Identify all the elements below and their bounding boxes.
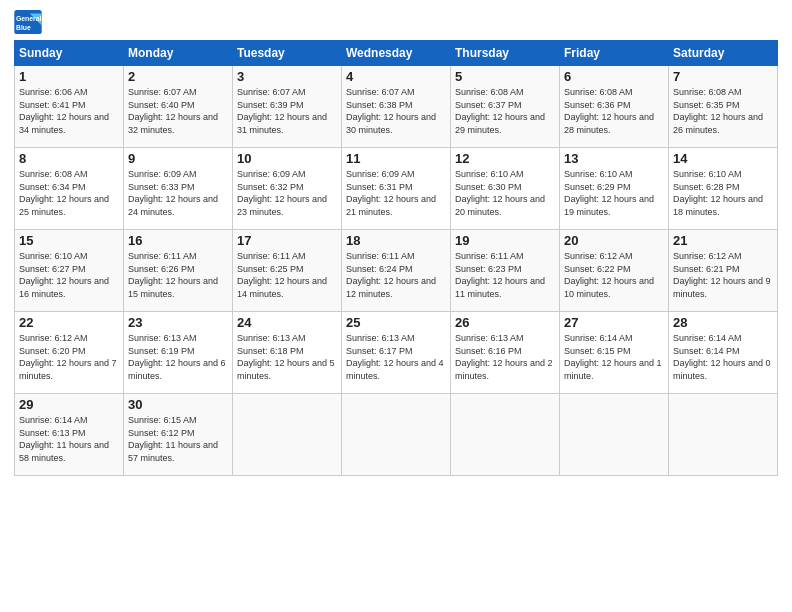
day-number: 21 — [673, 233, 773, 248]
calendar-cell: 25Sunrise: 6:13 AMSunset: 6:17 PMDayligh… — [342, 312, 451, 394]
calendar-cell: 24Sunrise: 6:13 AMSunset: 6:18 PMDayligh… — [233, 312, 342, 394]
day-number: 17 — [237, 233, 337, 248]
calendar-cell: 12Sunrise: 6:10 AMSunset: 6:30 PMDayligh… — [451, 148, 560, 230]
day-number: 12 — [455, 151, 555, 166]
day-number: 13 — [564, 151, 664, 166]
day-number: 26 — [455, 315, 555, 330]
calendar-cell: 3Sunrise: 6:07 AMSunset: 6:39 PMDaylight… — [233, 66, 342, 148]
day-detail: Sunrise: 6:13 AMSunset: 6:19 PMDaylight:… — [128, 332, 228, 382]
calendar-cell — [342, 394, 451, 476]
calendar-cell: 5Sunrise: 6:08 AMSunset: 6:37 PMDaylight… — [451, 66, 560, 148]
day-detail: Sunrise: 6:14 AMSunset: 6:15 PMDaylight:… — [564, 332, 664, 382]
calendar-week-row: 15Sunrise: 6:10 AMSunset: 6:27 PMDayligh… — [15, 230, 778, 312]
day-number: 24 — [237, 315, 337, 330]
day-number: 16 — [128, 233, 228, 248]
day-detail: Sunrise: 6:08 AMSunset: 6:36 PMDaylight:… — [564, 86, 664, 136]
day-detail: Sunrise: 6:09 AMSunset: 6:31 PMDaylight:… — [346, 168, 446, 218]
day-detail: Sunrise: 6:06 AMSunset: 6:41 PMDaylight:… — [19, 86, 119, 136]
day-detail: Sunrise: 6:09 AMSunset: 6:33 PMDaylight:… — [128, 168, 228, 218]
calendar-cell: 9Sunrise: 6:09 AMSunset: 6:33 PMDaylight… — [124, 148, 233, 230]
day-detail: Sunrise: 6:08 AMSunset: 6:34 PMDaylight:… — [19, 168, 119, 218]
day-number: 1 — [19, 69, 119, 84]
logo-icon: General Blue — [14, 10, 42, 34]
day-number: 9 — [128, 151, 228, 166]
day-detail: Sunrise: 6:13 AMSunset: 6:18 PMDaylight:… — [237, 332, 337, 382]
calendar-cell: 10Sunrise: 6:09 AMSunset: 6:32 PMDayligh… — [233, 148, 342, 230]
day-detail: Sunrise: 6:11 AMSunset: 6:25 PMDaylight:… — [237, 250, 337, 300]
day-detail: Sunrise: 6:12 AMSunset: 6:20 PMDaylight:… — [19, 332, 119, 382]
day-number: 3 — [237, 69, 337, 84]
day-number: 19 — [455, 233, 555, 248]
calendar-cell: 2Sunrise: 6:07 AMSunset: 6:40 PMDaylight… — [124, 66, 233, 148]
calendar-week-row: 22Sunrise: 6:12 AMSunset: 6:20 PMDayligh… — [15, 312, 778, 394]
calendar-cell: 1Sunrise: 6:06 AMSunset: 6:41 PMDaylight… — [15, 66, 124, 148]
day-number: 10 — [237, 151, 337, 166]
weekday-header: Thursday — [451, 41, 560, 66]
calendar-cell: 7Sunrise: 6:08 AMSunset: 6:35 PMDaylight… — [669, 66, 778, 148]
calendar-cell: 11Sunrise: 6:09 AMSunset: 6:31 PMDayligh… — [342, 148, 451, 230]
calendar-cell: 4Sunrise: 6:07 AMSunset: 6:38 PMDaylight… — [342, 66, 451, 148]
day-number: 23 — [128, 315, 228, 330]
calendar-cell: 15Sunrise: 6:10 AMSunset: 6:27 PMDayligh… — [15, 230, 124, 312]
day-detail: Sunrise: 6:13 AMSunset: 6:17 PMDaylight:… — [346, 332, 446, 382]
weekday-header: Monday — [124, 41, 233, 66]
calendar-cell: 6Sunrise: 6:08 AMSunset: 6:36 PMDaylight… — [560, 66, 669, 148]
calendar-cell: 16Sunrise: 6:11 AMSunset: 6:26 PMDayligh… — [124, 230, 233, 312]
page: General Blue SundayMondayTuesdayWednesda… — [0, 0, 792, 612]
day-number: 25 — [346, 315, 446, 330]
calendar-cell: 23Sunrise: 6:13 AMSunset: 6:19 PMDayligh… — [124, 312, 233, 394]
calendar-cell: 20Sunrise: 6:12 AMSunset: 6:22 PMDayligh… — [560, 230, 669, 312]
day-detail: Sunrise: 6:09 AMSunset: 6:32 PMDaylight:… — [237, 168, 337, 218]
calendar-header-row: SundayMondayTuesdayWednesdayThursdayFrid… — [15, 41, 778, 66]
day-number: 30 — [128, 397, 228, 412]
day-detail: Sunrise: 6:08 AMSunset: 6:35 PMDaylight:… — [673, 86, 773, 136]
day-number: 14 — [673, 151, 773, 166]
calendar-cell: 13Sunrise: 6:10 AMSunset: 6:29 PMDayligh… — [560, 148, 669, 230]
calendar-cell: 14Sunrise: 6:10 AMSunset: 6:28 PMDayligh… — [669, 148, 778, 230]
day-detail: Sunrise: 6:10 AMSunset: 6:29 PMDaylight:… — [564, 168, 664, 218]
day-detail: Sunrise: 6:10 AMSunset: 6:30 PMDaylight:… — [455, 168, 555, 218]
day-detail: Sunrise: 6:07 AMSunset: 6:40 PMDaylight:… — [128, 86, 228, 136]
day-number: 8 — [19, 151, 119, 166]
day-number: 7 — [673, 69, 773, 84]
day-number: 15 — [19, 233, 119, 248]
calendar-cell: 28Sunrise: 6:14 AMSunset: 6:14 PMDayligh… — [669, 312, 778, 394]
calendar-cell — [451, 394, 560, 476]
day-detail: Sunrise: 6:12 AMSunset: 6:22 PMDaylight:… — [564, 250, 664, 300]
day-detail: Sunrise: 6:10 AMSunset: 6:28 PMDaylight:… — [673, 168, 773, 218]
day-detail: Sunrise: 6:12 AMSunset: 6:21 PMDaylight:… — [673, 250, 773, 300]
day-detail: Sunrise: 6:14 AMSunset: 6:13 PMDaylight:… — [19, 414, 119, 464]
day-number: 18 — [346, 233, 446, 248]
svg-text:General: General — [16, 15, 42, 22]
calendar-week-row: 29Sunrise: 6:14 AMSunset: 6:13 PMDayligh… — [15, 394, 778, 476]
weekday-header: Tuesday — [233, 41, 342, 66]
day-number: 29 — [19, 397, 119, 412]
day-number: 11 — [346, 151, 446, 166]
calendar-cell: 26Sunrise: 6:13 AMSunset: 6:16 PMDayligh… — [451, 312, 560, 394]
day-number: 27 — [564, 315, 664, 330]
day-number: 20 — [564, 233, 664, 248]
calendar-table: SundayMondayTuesdayWednesdayThursdayFrid… — [14, 40, 778, 476]
day-detail: Sunrise: 6:15 AMSunset: 6:12 PMDaylight:… — [128, 414, 228, 464]
svg-text:Blue: Blue — [16, 24, 31, 31]
logo: General Blue — [14, 10, 42, 34]
day-detail: Sunrise: 6:07 AMSunset: 6:38 PMDaylight:… — [346, 86, 446, 136]
weekday-header: Friday — [560, 41, 669, 66]
day-detail: Sunrise: 6:14 AMSunset: 6:14 PMDaylight:… — [673, 332, 773, 382]
day-number: 28 — [673, 315, 773, 330]
day-number: 6 — [564, 69, 664, 84]
calendar-week-row: 8Sunrise: 6:08 AMSunset: 6:34 PMDaylight… — [15, 148, 778, 230]
day-detail: Sunrise: 6:11 AMSunset: 6:23 PMDaylight:… — [455, 250, 555, 300]
calendar-cell: 21Sunrise: 6:12 AMSunset: 6:21 PMDayligh… — [669, 230, 778, 312]
calendar-week-row: 1Sunrise: 6:06 AMSunset: 6:41 PMDaylight… — [15, 66, 778, 148]
calendar-cell — [669, 394, 778, 476]
day-detail: Sunrise: 6:08 AMSunset: 6:37 PMDaylight:… — [455, 86, 555, 136]
day-detail: Sunrise: 6:10 AMSunset: 6:27 PMDaylight:… — [19, 250, 119, 300]
weekday-header: Sunday — [15, 41, 124, 66]
calendar-cell: 29Sunrise: 6:14 AMSunset: 6:13 PMDayligh… — [15, 394, 124, 476]
weekday-header: Wednesday — [342, 41, 451, 66]
calendar-cell: 30Sunrise: 6:15 AMSunset: 6:12 PMDayligh… — [124, 394, 233, 476]
calendar-cell: 8Sunrise: 6:08 AMSunset: 6:34 PMDaylight… — [15, 148, 124, 230]
day-detail: Sunrise: 6:07 AMSunset: 6:39 PMDaylight:… — [237, 86, 337, 136]
day-detail: Sunrise: 6:13 AMSunset: 6:16 PMDaylight:… — [455, 332, 555, 382]
